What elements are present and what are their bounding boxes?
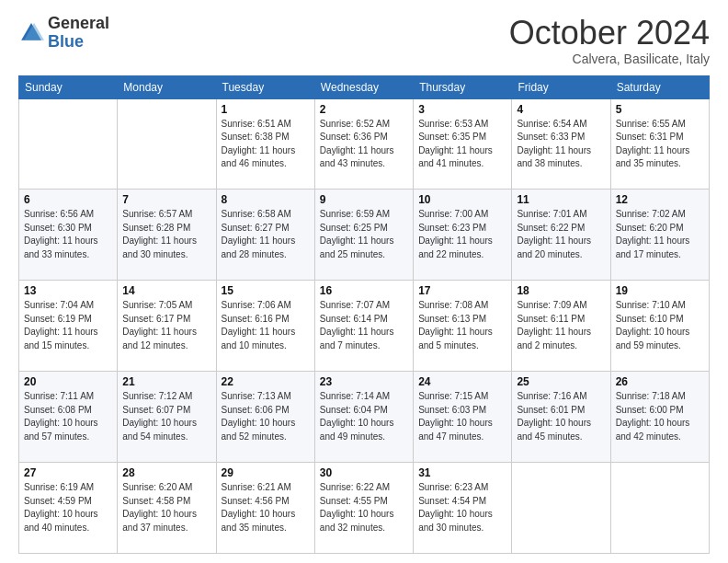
col-sunday: Sunday — [19, 75, 118, 98]
day-info: Sunrise: 6:55 AMSunset: 6:31 PMDaylight:… — [616, 119, 690, 169]
table-row: 13Sunrise: 7:04 AMSunset: 6:19 PMDayligh… — [19, 281, 118, 372]
day-info: Sunrise: 7:11 AMSunset: 6:08 PMDaylight:… — [24, 391, 98, 442]
day-number: 29 — [222, 466, 310, 479]
calendar-week-row: 20Sunrise: 7:11 AMSunset: 6:08 PMDayligh… — [19, 372, 710, 463]
day-info: Sunrise: 6:20 AMSunset: 4:58 PMDaylight:… — [122, 482, 197, 533]
header: General Blue October 2024 Calvera, Basil… — [18, 15, 710, 66]
logo-text: General Blue — [48, 15, 109, 52]
day-number: 2 — [320, 103, 408, 116]
table-row: 19Sunrise: 7:10 AMSunset: 6:10 PMDayligh… — [610, 281, 709, 372]
col-monday: Monday — [118, 75, 216, 98]
calendar-table: Sunday Monday Tuesday Wednesday Thursday… — [18, 75, 710, 554]
day-info: Sunrise: 7:08 AMSunset: 6:13 PMDaylight:… — [418, 300, 493, 350]
day-info: Sunrise: 7:00 AMSunset: 6:23 PMDaylight:… — [418, 209, 493, 259]
day-info: Sunrise: 6:58 AMSunset: 6:27 PMDaylight:… — [222, 209, 296, 259]
day-info: Sunrise: 6:23 AMSunset: 4:54 PMDaylight:… — [418, 482, 493, 533]
table-row: 6Sunrise: 6:56 AMSunset: 6:30 PMDaylight… — [19, 190, 118, 281]
day-number: 16 — [320, 284, 408, 297]
table-row: 28Sunrise: 6:20 AMSunset: 4:58 PMDayligh… — [118, 463, 216, 554]
day-info: Sunrise: 7:02 AMSunset: 6:20 PMDaylight:… — [616, 209, 690, 259]
logo-general: General — [48, 14, 109, 32]
day-info: Sunrise: 7:18 AMSunset: 6:00 PMDaylight:… — [616, 391, 690, 442]
day-number: 14 — [122, 284, 210, 297]
day-info: Sunrise: 7:12 AMSunset: 6:07 PMDaylight:… — [122, 391, 197, 442]
day-info: Sunrise: 6:22 AMSunset: 4:55 PMDaylight:… — [320, 482, 394, 533]
table-row: 8Sunrise: 6:58 AMSunset: 6:27 PMDaylight… — [216, 190, 314, 281]
day-number: 21 — [122, 375, 210, 388]
day-number: 15 — [222, 284, 310, 297]
logo: General Blue — [18, 15, 109, 52]
day-info: Sunrise: 7:04 AMSunset: 6:19 PMDaylight:… — [24, 300, 98, 350]
table-row: 7Sunrise: 6:57 AMSunset: 6:28 PMDaylight… — [118, 190, 216, 281]
day-info: Sunrise: 7:06 AMSunset: 6:16 PMDaylight:… — [222, 300, 296, 350]
col-thursday: Thursday — [414, 75, 512, 98]
table-row — [19, 98, 118, 190]
day-number: 4 — [517, 103, 605, 116]
table-row: 30Sunrise: 6:22 AMSunset: 4:55 PMDayligh… — [314, 463, 413, 554]
day-number: 5 — [616, 103, 704, 116]
table-row: 21Sunrise: 7:12 AMSunset: 6:07 PMDayligh… — [118, 372, 216, 463]
calendar-title: October 2024 — [509, 15, 710, 52]
day-info: Sunrise: 7:01 AMSunset: 6:22 PMDaylight:… — [517, 209, 591, 259]
day-info: Sunrise: 7:13 AMSunset: 6:06 PMDaylight:… — [222, 391, 296, 442]
table-row: 15Sunrise: 7:06 AMSunset: 6:16 PMDayligh… — [216, 281, 314, 372]
table-row: 18Sunrise: 7:09 AMSunset: 6:11 PMDayligh… — [512, 281, 610, 372]
day-info: Sunrise: 7:05 AMSunset: 6:17 PMDaylight:… — [122, 300, 197, 350]
table-row: 29Sunrise: 6:21 AMSunset: 4:56 PMDayligh… — [216, 463, 314, 554]
day-info: Sunrise: 6:52 AMSunset: 6:36 PMDaylight:… — [320, 119, 394, 169]
page: General Blue October 2024 Calvera, Basil… — [0, 0, 728, 563]
day-info: Sunrise: 6:59 AMSunset: 6:25 PMDaylight:… — [320, 209, 394, 259]
table-row: 10Sunrise: 7:00 AMSunset: 6:23 PMDayligh… — [414, 190, 512, 281]
col-wednesday: Wednesday — [314, 75, 413, 98]
day-number: 3 — [418, 103, 506, 116]
day-info: Sunrise: 7:15 AMSunset: 6:03 PMDaylight:… — [418, 391, 493, 442]
day-info: Sunrise: 6:56 AMSunset: 6:30 PMDaylight:… — [24, 209, 98, 259]
table-row: 20Sunrise: 7:11 AMSunset: 6:08 PMDayligh… — [19, 372, 118, 463]
day-number: 1 — [222, 103, 310, 116]
day-number: 11 — [517, 193, 605, 206]
table-row: 9Sunrise: 6:59 AMSunset: 6:25 PMDaylight… — [314, 190, 413, 281]
day-info: Sunrise: 6:19 AMSunset: 4:59 PMDaylight:… — [24, 482, 98, 533]
table-row: 17Sunrise: 7:08 AMSunset: 6:13 PMDayligh… — [414, 281, 512, 372]
day-number: 22 — [222, 375, 310, 388]
logo-blue: Blue — [48, 32, 84, 51]
col-tuesday: Tuesday — [216, 75, 314, 98]
day-number: 30 — [320, 466, 408, 479]
calendar-week-row: 1Sunrise: 6:51 AMSunset: 6:38 PMDaylight… — [19, 98, 710, 190]
day-number: 10 — [418, 193, 506, 206]
logo-icon — [18, 20, 44, 46]
calendar-week-row: 27Sunrise: 6:19 AMSunset: 4:59 PMDayligh… — [19, 463, 710, 554]
day-info: Sunrise: 6:57 AMSunset: 6:28 PMDaylight:… — [122, 209, 197, 259]
table-row: 23Sunrise: 7:14 AMSunset: 6:04 PMDayligh… — [314, 372, 413, 463]
table-row: 22Sunrise: 7:13 AMSunset: 6:06 PMDayligh… — [216, 372, 314, 463]
day-number: 7 — [122, 193, 210, 206]
day-number: 28 — [122, 466, 210, 479]
day-number: 18 — [517, 284, 605, 297]
calendar-subtitle: Calvera, Basilicate, Italy — [509, 52, 710, 66]
calendar-header-row: Sunday Monday Tuesday Wednesday Thursday… — [19, 75, 710, 98]
table-row: 12Sunrise: 7:02 AMSunset: 6:20 PMDayligh… — [610, 190, 709, 281]
table-row: 31Sunrise: 6:23 AMSunset: 4:54 PMDayligh… — [414, 463, 512, 554]
day-info: Sunrise: 6:51 AMSunset: 6:38 PMDaylight:… — [222, 119, 296, 169]
col-saturday: Saturday — [610, 75, 709, 98]
day-info: Sunrise: 6:53 AMSunset: 6:35 PMDaylight:… — [418, 119, 493, 169]
day-number: 26 — [616, 375, 704, 388]
day-number: 9 — [320, 193, 408, 206]
day-number: 24 — [418, 375, 506, 388]
table-row: 4Sunrise: 6:54 AMSunset: 6:33 PMDaylight… — [512, 98, 610, 190]
table-row: 5Sunrise: 6:55 AMSunset: 6:31 PMDaylight… — [610, 98, 709, 190]
col-friday: Friday — [512, 75, 610, 98]
calendar-week-row: 6Sunrise: 6:56 AMSunset: 6:30 PMDaylight… — [19, 190, 710, 281]
table-row: 27Sunrise: 6:19 AMSunset: 4:59 PMDayligh… — [19, 463, 118, 554]
day-info: Sunrise: 7:09 AMSunset: 6:11 PMDaylight:… — [517, 300, 591, 350]
day-number: 23 — [320, 375, 408, 388]
table-row: 11Sunrise: 7:01 AMSunset: 6:22 PMDayligh… — [512, 190, 610, 281]
day-number: 19 — [616, 284, 704, 297]
day-number: 13 — [24, 284, 112, 297]
title-block: October 2024 Calvera, Basilicate, Italy — [509, 15, 710, 66]
calendar-week-row: 13Sunrise: 7:04 AMSunset: 6:19 PMDayligh… — [19, 281, 710, 372]
day-info: Sunrise: 6:21 AMSunset: 4:56 PMDaylight:… — [222, 482, 296, 533]
table-row: 26Sunrise: 7:18 AMSunset: 6:00 PMDayligh… — [610, 372, 709, 463]
day-number: 25 — [517, 375, 605, 388]
day-number: 31 — [418, 466, 506, 479]
